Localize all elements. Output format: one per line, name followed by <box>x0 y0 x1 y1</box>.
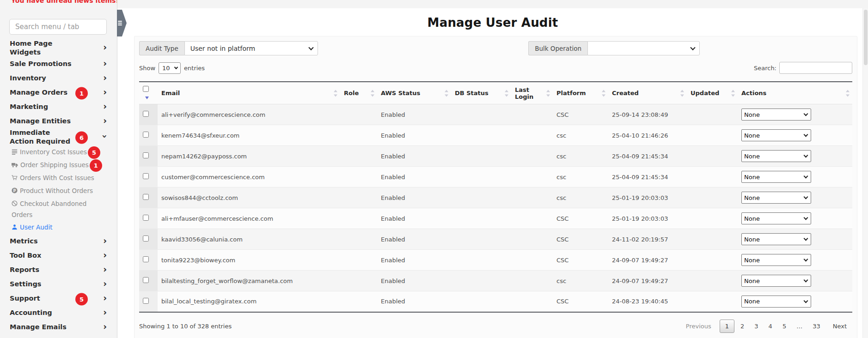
count-badge: 1 <box>75 87 88 99</box>
table-row: sowisos844@cctoolz.comEnabledcsc25-01-19… <box>139 187 852 208</box>
sort-icon[interactable] <box>846 90 850 97</box>
sidebar-item-marketing[interactable]: Marketing› <box>0 100 117 114</box>
column-header-platform[interactable]: Platform <box>553 82 608 104</box>
pagination-page-3[interactable]: 3 <box>750 320 762 333</box>
audit-type-select[interactable]: User not in platform <box>184 41 318 55</box>
unread-news-alert[interactable]: You have unread news items! <box>11 0 117 4</box>
sidebar-toggle-handle[interactable] <box>117 10 127 36</box>
select-all-checkbox[interactable] <box>143 86 149 92</box>
row-checkbox[interactable] <box>143 277 149 283</box>
sidebar-item-home-page-widgets[interactable]: Home Page Widgets› <box>0 39 117 57</box>
top-band <box>117 0 868 8</box>
pagination-page-5[interactable]: 5 <box>778 320 790 333</box>
sort-icon[interactable] <box>602 90 606 97</box>
sort-icon[interactable] <box>334 90 338 97</box>
table-row: ali+mfauser@commercescience.comEnabledCS… <box>139 208 852 229</box>
sort-icon[interactable] <box>505 90 509 97</box>
sidebar-item-support[interactable]: Support5› <box>0 291 117 306</box>
show-label: Show <box>139 65 155 72</box>
sidebar-item-immediate-action-required[interactable]: Immediate Action Required6› <box>0 128 117 146</box>
list-icon <box>12 147 18 158</box>
column-header-updated[interactable]: Updated <box>687 82 738 104</box>
row-checkbox[interactable] <box>143 194 149 200</box>
sidebar-item-manage-entities[interactable]: Manage Entities› <box>0 114 117 128</box>
row-action-select[interactable]: None <box>741 212 811 224</box>
select-all-header[interactable] <box>139 82 158 104</box>
sidebar-item-orders-with-cost-issues[interactable]: Orders With Cost Issues <box>0 172 109 185</box>
sidebar-item-accounting[interactable]: Accounting› <box>0 306 117 320</box>
row-checkbox[interactable] <box>143 256 149 262</box>
pagination-next[interactable]: Next <box>828 320 851 333</box>
pagination-ellipsis[interactable]: … <box>792 320 807 333</box>
sidebar-item-inventory[interactable]: Inventory› <box>0 71 117 85</box>
table-search-input[interactable] <box>779 62 852 74</box>
row-checkbox[interactable] <box>143 132 149 138</box>
pagination-page-2[interactable]: 2 <box>736 320 748 333</box>
pagination-page-33[interactable]: 33 <box>808 320 825 333</box>
row-checkbox[interactable] <box>143 215 149 221</box>
row-checkbox[interactable] <box>143 173 149 179</box>
row-action-select[interactable]: None <box>741 171 811 183</box>
cell-email: bilaltesting_forget_worflow@zamaneta.com <box>158 271 340 291</box>
column-header-last-login[interactable]: Last Login <box>511 82 553 104</box>
row-action-select[interactable]: None <box>741 233 811 245</box>
row-checkbox[interactable] <box>143 111 149 117</box>
cell-role <box>340 125 377 146</box>
sort-icon[interactable] <box>546 90 550 97</box>
sidebar-item-reports[interactable]: Reports› <box>0 263 117 277</box>
row-action-select[interactable]: None <box>741 109 811 121</box>
sort-icon[interactable] <box>371 90 375 97</box>
row-checkbox[interactable] <box>143 235 149 241</box>
sort-icon[interactable] <box>731 90 735 97</box>
sidebar-item-settings[interactable]: Settings› <box>0 277 117 291</box>
pagination-page-1[interactable]: 1 <box>720 320 734 333</box>
cell-email: nepam14262@payposs.com <box>158 146 340 167</box>
cell-role <box>340 250 377 271</box>
sidebar-item-label: Metrics <box>10 237 38 246</box>
sidebar-item-invoices[interactable]: Invoices› <box>0 334 117 338</box>
sidebar-item-label: Home Page Widgets <box>10 39 75 57</box>
row-checkbox[interactable] <box>143 152 149 158</box>
sidebar-item-tool-box[interactable]: Tool Box› <box>0 248 117 263</box>
sidebar-item-manage-orders[interactable]: Manage Orders1› <box>0 85 117 100</box>
pagination-page-4[interactable]: 4 <box>764 320 776 333</box>
cell-role <box>340 104 377 125</box>
column-label: Actions <box>741 90 766 97</box>
column-label: Email <box>161 90 180 97</box>
sidebar-item-order-shipping-issues[interactable]: Order Shipping Issues1 <box>0 159 109 172</box>
row-action-select[interactable]: None <box>741 254 811 266</box>
sidebar-item-metrics[interactable]: Metrics› <box>0 234 117 248</box>
row-action-select[interactable]: None <box>741 296 811 308</box>
column-header-aws-status[interactable]: AWS Status <box>377 82 451 104</box>
column-header-email[interactable]: Email <box>158 82 340 104</box>
row-action-select[interactable]: None <box>741 192 811 204</box>
pagination-previous[interactable]: Previous <box>681 320 716 333</box>
vertical-scrollbar[interactable] <box>862 8 868 338</box>
column-header-db-status[interactable]: DB Status <box>451 82 511 104</box>
column-header-actions[interactable]: Actions <box>738 82 852 104</box>
row-action-select[interactable]: None <box>741 275 811 287</box>
sidebar-item-checkout-abandoned-orders[interactable]: Checkout Abandoned Orders <box>0 198 109 221</box>
sidebar-item-label: Settings <box>10 280 41 289</box>
row-action-select[interactable]: None <box>741 129 811 141</box>
sidebar-item-sale-promotions[interactable]: Sale Promotions› <box>0 57 117 71</box>
sidebar-item-product-without-orders[interactable]: PProduct Without Orders <box>0 185 109 198</box>
row-checkbox[interactable] <box>143 298 149 304</box>
page-size-select[interactable]: 10 <box>159 62 181 74</box>
menu-search-input[interactable] <box>9 19 107 35</box>
column-header-role[interactable]: Role <box>340 82 377 104</box>
sort-icon[interactable] <box>445 90 449 97</box>
row-action-select[interactable]: None <box>741 150 811 162</box>
cell-aws-status: Enabled <box>377 208 451 229</box>
sidebar-item-manage-emails[interactable]: Manage Emails› <box>0 320 117 334</box>
scrollbar-thumb[interactable] <box>864 10 868 65</box>
sidebar-item-inventory-cost-issues[interactable]: Inventory Cost Issues5 <box>0 146 109 159</box>
column-header-created[interactable]: Created <box>608 82 687 104</box>
search-label: Search: <box>754 65 776 72</box>
sort-icon[interactable] <box>680 90 685 97</box>
cell-select <box>139 208 158 229</box>
sidebar-item-user-audit[interactable]: User Audit <box>0 221 109 234</box>
bulk-operation-select[interactable] <box>587 41 700 55</box>
cell-db-status <box>451 229 511 250</box>
cell-db-status <box>451 167 511 187</box>
